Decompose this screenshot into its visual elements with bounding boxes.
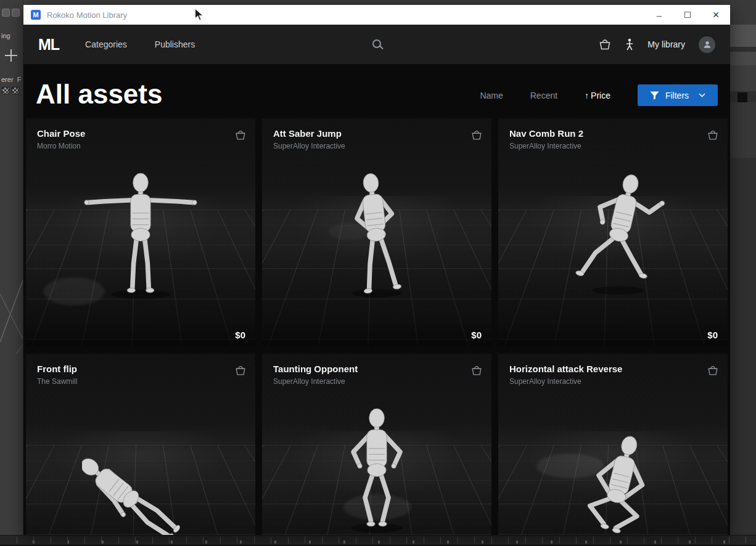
- asset-card-nav-comb-run-2[interactable]: Nav Comb Run 2 SuperAlloy Interactive $0: [498, 118, 728, 346]
- mannequin-figure: [82, 412, 199, 535]
- user-icon: [703, 40, 712, 49]
- asset-price: $0: [471, 330, 482, 340]
- maya-panel-block: [730, 102, 756, 158]
- maximize-button[interactable]: [673, 5, 702, 25]
- asset-publisher: SuperAlloy Interactive: [509, 377, 622, 386]
- maya-panel-block: [730, 65, 756, 91]
- mannequin-figure: [318, 166, 435, 311]
- main-navbar: ML Categories Publishers My library: [23, 25, 730, 64]
- app-logo-icon: M: [31, 10, 41, 20]
- maya-viewport-grid-lines: [0, 280, 23, 354]
- character-icon[interactable]: [625, 38, 634, 51]
- asset-title: Att Saber Jump: [273, 128, 345, 139]
- maya-panel-block: [730, 25, 756, 47]
- maya-right-panel: [730, 0, 756, 535]
- asset-preview: [498, 118, 728, 346]
- asset-title: Chair Pose: [37, 128, 85, 139]
- page-content: All assets Name Recent ↑Price Filters: [23, 64, 730, 535]
- cart-icon: [470, 129, 483, 141]
- maya-texture-icon[interactable]: [12, 87, 19, 94]
- funnel-icon: [650, 91, 659, 100]
- cart-icon[interactable]: [598, 38, 612, 51]
- ml-logo[interactable]: ML: [38, 36, 59, 54]
- asset-price: $0: [707, 330, 718, 340]
- asset-publisher: SuperAlloy Interactive: [273, 142, 345, 150]
- minimize-button[interactable]: –: [645, 5, 673, 25]
- account-avatar[interactable]: [699, 36, 715, 53]
- mouse-cursor: [194, 8, 204, 22]
- add-to-cart-button[interactable]: [234, 128, 247, 143]
- maya-tool-icon[interactable]: [12, 9, 20, 17]
- page-title: All assets: [36, 80, 162, 108]
- search-button[interactable]: [372, 39, 381, 48]
- maya-tool-icon[interactable]: [2, 9, 10, 17]
- maximize-icon: [684, 12, 691, 18]
- nav-my-library[interactable]: My library: [647, 39, 685, 49]
- asset-title: Horizontal attack Reverse: [509, 364, 622, 374]
- sort-by-price[interactable]: ↑Price: [585, 91, 610, 100]
- sort-by-recent[interactable]: Recent: [530, 91, 557, 100]
- mannequin-figure: [554, 412, 672, 535]
- add-to-cart-button[interactable]: [707, 364, 719, 378]
- nav-categories[interactable]: Categories: [85, 39, 127, 49]
- asset-card-horizontal-attack-reverse[interactable]: Horizontal attack Reverse SuperAlloy Int…: [498, 354, 728, 535]
- asset-card-taunting-opponent[interactable]: Taunting Opponent SuperAlloy Interactive: [262, 354, 491, 535]
- mannequin-figure: [82, 166, 199, 311]
- add-to-cart-button[interactable]: [707, 128, 719, 143]
- search-icon: [372, 39, 381, 48]
- nav-publishers[interactable]: Publishers: [155, 39, 195, 49]
- asset-preview: [26, 118, 255, 346]
- window-title: Rokoko Motion Library: [47, 10, 127, 20]
- asset-grid: Chair Pose Morro Motion $0: [26, 118, 728, 535]
- maya-panel-text: ing: [1, 32, 10, 39]
- maya-texture-icon[interactable]: [2, 87, 9, 94]
- sort-by-name[interactable]: Name: [480, 91, 503, 100]
- cart-icon: [707, 364, 719, 377]
- asset-card-att-saber-jump[interactable]: Att Saber Jump SuperAlloy Interactive $0: [262, 118, 491, 346]
- mannequin-figure: [559, 166, 676, 311]
- cart-icon: [707, 129, 719, 141]
- asset-price: $0: [235, 330, 245, 340]
- maya-timeline[interactable]: [0, 535, 756, 546]
- sort-ascending-icon: ↑: [585, 91, 589, 100]
- maya-left-toolbar: ing erer F: [0, 0, 23, 535]
- window-titlebar[interactable]: M Rokoko Motion Library – ×: [23, 5, 730, 25]
- asset-title: Front flip: [37, 364, 77, 374]
- add-to-cart-button[interactable]: [234, 364, 247, 378]
- add-to-cart-button[interactable]: [470, 128, 483, 143]
- close-button[interactable]: ×: [702, 5, 730, 25]
- asset-preview: [262, 118, 491, 346]
- asset-title: Nav Comb Run 2: [509, 128, 583, 139]
- maya-panel-block: [730, 0, 756, 25]
- add-to-cart-button[interactable]: [470, 364, 483, 378]
- maya-move-tool-icon[interactable]: [5, 49, 17, 62]
- screen: Key Playback Visualize Deform Constrain …: [0, 0, 756, 546]
- asset-publisher: SuperAlloy Interactive: [509, 142, 583, 150]
- mannequin-figure: [318, 402, 435, 535]
- maya-panel-text: erer F: [1, 76, 21, 83]
- asset-publisher: Morro Motion: [37, 142, 85, 150]
- asset-publisher: The Sawmill: [37, 377, 77, 386]
- asset-card-front-flip[interactable]: Front flip The Sawmill: [26, 354, 255, 535]
- maya-panel-block: [730, 52, 756, 65]
- asset-title: Taunting Opponent: [273, 364, 358, 374]
- sort-bar: Name Recent ↑Price Filters: [480, 84, 718, 106]
- timeline-ticks: [0, 537, 756, 544]
- asset-publisher: SuperAlloy Interactive: [273, 377, 358, 386]
- rokoko-motion-library-window: M Rokoko Motion Library – × ML Categorie…: [23, 5, 730, 535]
- chevron-down-icon: [699, 93, 705, 97]
- asset-card-chair-pose[interactable]: Chair Pose Morro Motion $0: [26, 118, 255, 346]
- maya-color-swatch[interactable]: [738, 92, 747, 102]
- cart-icon: [470, 364, 483, 377]
- filters-button[interactable]: Filters: [638, 84, 718, 106]
- cart-icon: [234, 364, 247, 377]
- cart-icon: [234, 129, 247, 141]
